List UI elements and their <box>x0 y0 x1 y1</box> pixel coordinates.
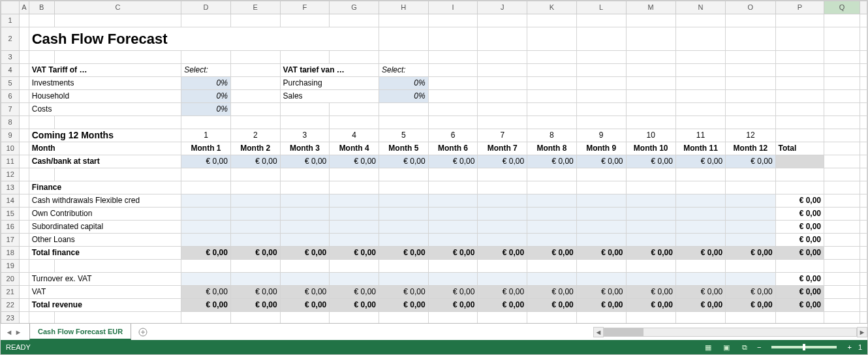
finance-input-cell[interactable] <box>726 208 775 221</box>
finance-input-cell[interactable] <box>181 221 231 234</box>
finance-input-cell[interactable] <box>478 208 527 221</box>
row-header-20[interactable]: 20 <box>1 273 20 286</box>
cash-bank-value[interactable]: € 0,00 <box>576 155 626 168</box>
cash-bank-value[interactable]: € 0,00 <box>379 155 428 168</box>
finance-input-cell[interactable] <box>726 234 775 247</box>
select-all-corner[interactable] <box>1 1 20 14</box>
finance-input-cell[interactable] <box>379 234 428 247</box>
cash-bank-value[interactable]: € 0,00 <box>626 155 675 168</box>
finance-input-cell[interactable] <box>675 221 725 234</box>
hscroll-thumb[interactable] <box>604 328 643 336</box>
cash-bank-value[interactable]: € 0,00 <box>230 155 280 168</box>
row-header-9[interactable]: 9 <box>1 129 20 142</box>
zoom-in-button[interactable]: + <box>847 343 851 351</box>
finance-input-cell[interactable] <box>527 234 577 247</box>
view-pagebreak-icon[interactable]: ⧉ <box>739 342 751 352</box>
row-header-21[interactable]: 21 <box>1 286 20 299</box>
finance-input-cell[interactable] <box>230 194 280 208</box>
finance-input-cell[interactable] <box>379 221 428 234</box>
finance-input-cell[interactable] <box>675 194 725 208</box>
turnover-input-cell[interactable] <box>280 273 330 286</box>
col-header-J[interactable]: J <box>478 1 527 14</box>
row-header-14[interactable]: 14 <box>1 194 20 208</box>
finance-input-cell[interactable] <box>428 221 478 234</box>
row-header-13[interactable]: 13 <box>1 181 20 194</box>
row-header-2[interactable]: 2 <box>1 27 20 51</box>
row-header-8[interactable]: 8 <box>1 116 20 129</box>
finance-input-cell[interactable] <box>626 208 675 221</box>
row-header-18[interactable]: 18 <box>1 247 20 260</box>
finance-input-cell[interactable] <box>379 208 428 221</box>
col-header-H[interactable]: H <box>379 1 428 14</box>
finance-input-cell[interactable] <box>576 208 626 221</box>
finance-input-cell[interactable] <box>576 194 626 208</box>
cash-bank-value[interactable]: € 0,00 <box>428 155 478 168</box>
col-header-P[interactable]: P <box>775 1 824 14</box>
row-header-15[interactable]: 15 <box>1 208 20 221</box>
turnover-input-cell[interactable] <box>230 273 280 286</box>
row-header-4[interactable]: 4 <box>1 64 20 77</box>
row-header-1[interactable]: 1 <box>1 14 20 27</box>
col-header-M[interactable]: M <box>626 1 675 14</box>
finance-input-cell[interactable] <box>181 194 231 208</box>
turnover-input-cell[interactable] <box>181 273 231 286</box>
row-header-22[interactable]: 22 <box>1 299 20 312</box>
col-header-N[interactable]: N <box>675 1 725 14</box>
col-header-E[interactable]: E <box>230 1 280 14</box>
col-header-B[interactable]: B <box>29 1 54 14</box>
finance-input-cell[interactable] <box>330 234 379 247</box>
vat-right-row-value[interactable]: 0% <box>379 90 428 103</box>
vat-left-row-value[interactable]: 0% <box>181 103 231 116</box>
turnover-input-cell[interactable] <box>675 273 725 286</box>
turnover-input-cell[interactable] <box>576 273 626 286</box>
vat-right-row-value[interactable]: 0% <box>379 77 428 90</box>
finance-input-cell[interactable] <box>428 234 478 247</box>
turnover-input-cell[interactable] <box>428 273 478 286</box>
finance-input-cell[interactable] <box>230 234 280 247</box>
hscroll-right-icon[interactable]: ► <box>857 327 867 337</box>
view-pagelayout-icon[interactable]: ▣ <box>721 342 732 352</box>
row-header-23[interactable]: 23 <box>1 312 20 324</box>
finance-input-cell[interactable] <box>379 194 428 208</box>
zoom-slider[interactable] <box>771 346 837 348</box>
cash-bank-value[interactable]: € 0,00 <box>527 155 577 168</box>
row-header-7[interactable]: 7 <box>1 103 20 116</box>
turnover-input-cell[interactable] <box>478 273 527 286</box>
col-header-Q[interactable]: Q <box>824 1 860 14</box>
tab-nav-next-icon[interactable]: ► <box>14 328 23 337</box>
finance-input-cell[interactable] <box>527 194 577 208</box>
cash-bank-value[interactable]: € 0,00 <box>330 155 379 168</box>
cash-bank-value[interactable]: € 0,00 <box>280 155 330 168</box>
col-header-L[interactable]: L <box>576 1 626 14</box>
finance-input-cell[interactable] <box>675 208 725 221</box>
finance-input-cell[interactable] <box>626 194 675 208</box>
finance-input-cell[interactable] <box>527 221 577 234</box>
vat-left-row-value[interactable]: 0% <box>181 90 231 103</box>
turnover-input-cell[interactable] <box>527 273 577 286</box>
col-header-F[interactable]: F <box>280 1 330 14</box>
finance-input-cell[interactable] <box>280 208 330 221</box>
finance-input-cell[interactable] <box>230 221 280 234</box>
zoom-slider-thumb[interactable] <box>803 344 805 350</box>
cash-bank-value[interactable]: € 0,00 <box>675 155 725 168</box>
tab-nav-prev-icon[interactable]: ◄ <box>5 328 14 337</box>
cash-bank-value[interactable]: € 0,00 <box>478 155 527 168</box>
finance-input-cell[interactable] <box>478 194 527 208</box>
turnover-input-cell[interactable] <box>379 273 428 286</box>
finance-input-cell[interactable] <box>230 208 280 221</box>
row-header-16[interactable]: 16 <box>1 221 20 234</box>
row-header-3[interactable]: 3 <box>1 51 20 64</box>
finance-input-cell[interactable] <box>428 194 478 208</box>
row-header-10[interactable]: 10 <box>1 142 20 155</box>
finance-input-cell[interactable] <box>726 194 775 208</box>
turnover-input-cell[interactable] <box>726 273 775 286</box>
finance-input-cell[interactable] <box>181 234 231 247</box>
finance-input-cell[interactable] <box>280 194 330 208</box>
finance-input-cell[interactable] <box>280 234 330 247</box>
spreadsheet-grid[interactable]: ABCDEFGHIJKLMNOPQ 12Cash Flow Forecast34… <box>1 1 867 323</box>
sheet-tab-active[interactable]: Cash Flow Forecast EUR <box>29 324 131 340</box>
finance-input-cell[interactable] <box>527 208 577 221</box>
turnover-input-cell[interactable] <box>330 273 379 286</box>
hscroll-left-icon[interactable]: ◄ <box>593 327 604 337</box>
row-header-5[interactable]: 5 <box>1 77 20 90</box>
